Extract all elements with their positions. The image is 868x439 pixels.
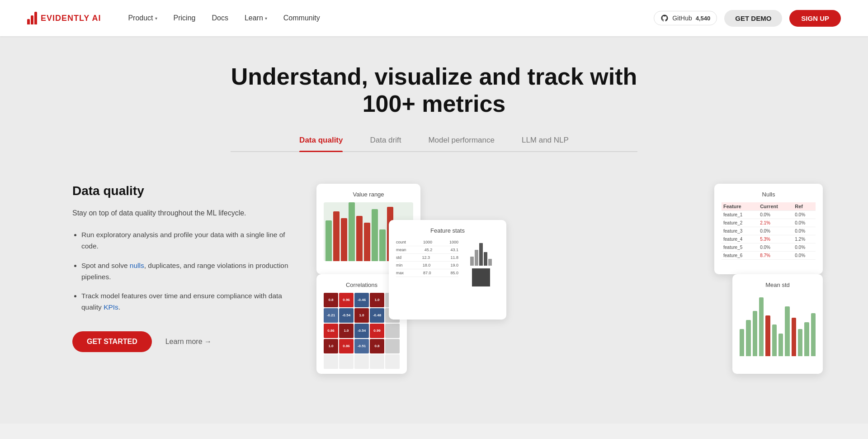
- bar: [349, 202, 355, 261]
- heatmap-cell: 1.0: [339, 324, 354, 338]
- get-started-button[interactable]: GET STARTED: [72, 331, 152, 352]
- mean-std-bar: [759, 297, 764, 356]
- heatmap-cell: 0.99: [370, 324, 384, 338]
- nav-docs[interactable]: Docs: [212, 14, 228, 22]
- nulls-col-current: Current: [758, 202, 793, 211]
- heatmap-cell: [385, 339, 400, 353]
- heatmap-cell: 1.0: [354, 308, 369, 323]
- github-count: 4,540: [696, 15, 711, 22]
- bar: [356, 216, 363, 261]
- mini-bar: [475, 250, 478, 266]
- nulls-card: Nulls Feature Current Ref feature_10.0%0…: [714, 184, 823, 274]
- mean-std-bar: [798, 329, 802, 356]
- heatmap-cell: [370, 354, 384, 369]
- mean-std-title: Mean std: [740, 282, 816, 288]
- chevron-down-icon: ▾: [265, 16, 267, 21]
- mean-std-bar: [792, 318, 796, 356]
- table-row: feature_45.3%1.2%: [722, 235, 816, 243]
- mini-bar: [488, 259, 492, 266]
- github-icon: [660, 14, 669, 22]
- table-row: feature_50.0%0.0%: [722, 243, 816, 251]
- logo-text: EVIDENTLY AI: [41, 14, 101, 23]
- heatmap-cell: [385, 324, 400, 338]
- github-label: GitHub: [672, 14, 692, 22]
- list-item: Run exploratory analysis and profile you…: [81, 229, 289, 252]
- heatmap-cell: -0.54: [339, 308, 354, 323]
- nulls-table: Feature Current Ref feature_10.0%0.0% fe…: [722, 202, 816, 260]
- get-demo-button[interactable]: GET DEMO: [724, 10, 782, 27]
- hero-section: Understand, visualize and track with 100…: [0, 36, 868, 152]
- sign-up-button[interactable]: SIGN UP: [789, 10, 841, 27]
- heatmap-cell: 0.8: [324, 293, 338, 307]
- feature-stats-mini-chart: [463, 239, 499, 311]
- mean-std-card: Mean std: [732, 274, 823, 374]
- bar: [372, 209, 378, 261]
- mean-std-bar: [772, 324, 777, 356]
- feature-stats-inner: count10001000 mean45.243.1 std12.311.8 m…: [396, 239, 499, 311]
- bar: [364, 223, 370, 261]
- nav-community[interactable]: Community: [283, 14, 320, 22]
- nulls-col-ref: Ref: [793, 202, 816, 211]
- feature-stats-card: Feature stats count10001000 mean45.243.1…: [389, 220, 506, 320]
- chevron-down-icon: ▾: [155, 16, 157, 21]
- tab-llm-nlp[interactable]: LLM and NLP: [522, 136, 569, 151]
- bar: [379, 229, 386, 261]
- hero-title: Understand, visualize and track with 100…: [231, 63, 637, 118]
- heatmap-cell: [324, 354, 338, 369]
- nulls-link[interactable]: nulls: [130, 262, 144, 269]
- nav-product[interactable]: Product ▾: [128, 14, 157, 22]
- list-item: Spot and solve nulls, duplicates, and ra…: [81, 260, 289, 283]
- tab-data-drift[interactable]: Data drift: [370, 136, 401, 151]
- kpis-link[interactable]: KPIs: [104, 303, 118, 311]
- mini-square: [472, 268, 490, 286]
- mean-std-bar: [778, 334, 783, 356]
- tab-model-performance[interactable]: Model performance: [428, 136, 494, 151]
- github-button[interactable]: GitHub 4,540: [654, 11, 717, 25]
- table-row: mean45.243.1: [396, 246, 458, 254]
- nav-pricing[interactable]: Pricing: [174, 14, 196, 22]
- correlations-title: Correlations: [324, 282, 400, 288]
- logo[interactable]: EVIDENTLY AI: [27, 12, 101, 24]
- mean-std-bar: [765, 315, 770, 356]
- table-row: feature_22.1%0.0%: [722, 219, 816, 227]
- nav-learn[interactable]: Learn ▾: [245, 14, 267, 22]
- content-area: Data quality Stay on top of data quality…: [0, 152, 868, 424]
- nav-right: GitHub 4,540 GET DEMO SIGN UP: [654, 10, 841, 27]
- bar: [326, 220, 332, 261]
- mean-std-bar: [746, 320, 750, 356]
- mean-std-bar: [811, 313, 816, 356]
- table-row: feature_10.0%0.0%: [722, 210, 816, 219]
- heatmap: 0.80.96-0.461.0-0.21-0.541.0-0.480.861.0…: [324, 293, 400, 369]
- heatmap-cell: 1.0: [370, 293, 384, 307]
- mini-bar: [470, 257, 474, 266]
- heatmap-cell: 0.96: [339, 293, 354, 307]
- feature-list: Run exploratory analysis and profile you…: [72, 229, 289, 313]
- mini-bar: [479, 243, 483, 266]
- tab-data-quality[interactable]: Data quality: [299, 136, 343, 151]
- heatmap-cell: 1.0: [324, 339, 338, 353]
- heatmap-cell: 0.86: [339, 339, 354, 353]
- table-row: max87.085.0: [396, 269, 458, 277]
- feature-tabs: Data quality Data drift Model performanc…: [231, 136, 637, 152]
- heatmap-cell: -0.51: [354, 339, 369, 353]
- feature-stats-title: Feature stats: [396, 227, 499, 234]
- bar: [333, 211, 340, 261]
- left-panel: Data quality Stay on top of data quality…: [72, 179, 289, 352]
- table-row: feature_30.0%0.0%: [722, 227, 816, 235]
- bar: [341, 218, 347, 261]
- heatmap-cell: 0.86: [324, 324, 338, 338]
- mini-bar: [484, 252, 487, 266]
- section-description: Stay on top of data quality throughout t…: [72, 207, 289, 219]
- heatmap-cell: -0.48: [370, 308, 384, 323]
- table-row: std12.311.8: [396, 254, 458, 262]
- nulls-title: Nulls: [722, 191, 816, 198]
- learn-more-link[interactable]: Learn more →: [165, 338, 212, 346]
- feature-stats-table: count10001000 mean45.243.1 std12.311.8 m…: [396, 239, 458, 311]
- section-title: Data quality: [72, 184, 289, 198]
- nulls-col-feature: Feature: [722, 202, 758, 211]
- heatmap-cell: [385, 354, 400, 369]
- heatmap-cell: -0.46: [354, 293, 369, 307]
- mean-std-bar: [753, 311, 757, 356]
- mini-bar-chart: [470, 239, 492, 266]
- heatmap-cell: [354, 354, 369, 369]
